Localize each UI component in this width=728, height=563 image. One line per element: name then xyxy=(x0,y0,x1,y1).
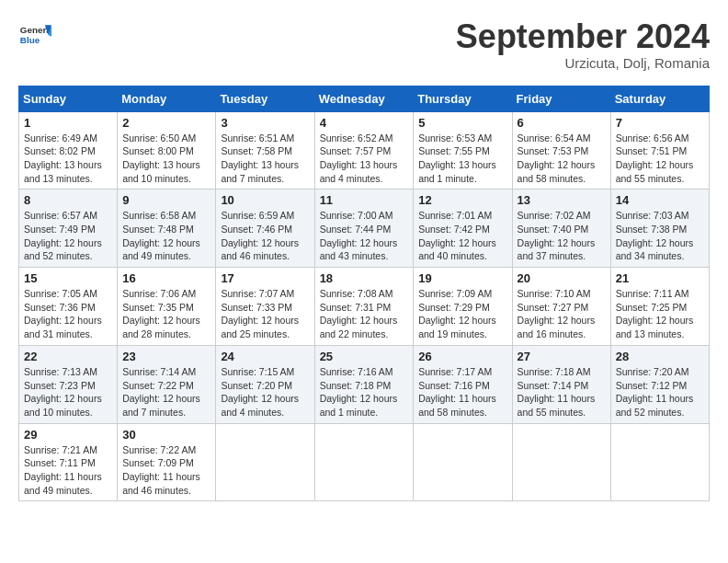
day-number: 14 xyxy=(616,193,704,207)
calendar-cell: 21Sunrise: 7:11 AMSunset: 7:25 PMDayligh… xyxy=(610,268,709,346)
calendar-cell: 12Sunrise: 7:01 AMSunset: 7:42 PMDayligh… xyxy=(414,190,512,268)
calendar-header-row: SundayMondayTuesdayWednesdayThursdayFrid… xyxy=(19,86,710,111)
day-number: 25 xyxy=(320,350,409,363)
calendar-cell: 19Sunrise: 7:09 AMSunset: 7:29 PMDayligh… xyxy=(414,268,512,346)
calendar-cell: 18Sunrise: 7:08 AMSunset: 7:31 PMDayligh… xyxy=(314,268,414,346)
day-info: Sunrise: 6:50 AMSunset: 8:00 PMDaylight:… xyxy=(122,132,210,186)
calendar-week-row: 22Sunrise: 7:13 AMSunset: 7:23 PMDayligh… xyxy=(19,345,710,423)
day-info: Sunrise: 7:06 AMSunset: 7:35 PMDaylight:… xyxy=(122,287,210,341)
calendar-week-row: 1Sunrise: 6:49 AMSunset: 8:02 PMDaylight… xyxy=(19,111,710,190)
svg-text:Blue: Blue xyxy=(20,35,40,45)
day-info: Sunrise: 6:59 AMSunset: 7:46 PMDaylight:… xyxy=(221,209,309,263)
calendar-cell: 26Sunrise: 7:17 AMSunset: 7:16 PMDayligh… xyxy=(414,345,512,423)
day-info: Sunrise: 7:05 AMSunset: 7:36 PMDaylight:… xyxy=(24,287,112,341)
calendar-week-row: 8Sunrise: 6:57 AMSunset: 7:49 PMDaylight… xyxy=(19,190,710,268)
day-info: Sunrise: 7:10 AMSunset: 7:27 PMDaylight:… xyxy=(518,287,606,341)
day-number: 3 xyxy=(221,116,309,130)
calendar-cell xyxy=(610,423,709,501)
day-number: 22 xyxy=(24,350,112,363)
calendar-cell: 24Sunrise: 7:15 AMSunset: 7:20 PMDayligh… xyxy=(216,345,314,423)
col-header-tuesday: Tuesday xyxy=(216,86,314,111)
calendar-cell: 23Sunrise: 7:14 AMSunset: 7:22 PMDayligh… xyxy=(118,345,216,423)
calendar-cell: 8Sunrise: 6:57 AMSunset: 7:49 PMDaylight… xyxy=(19,190,118,268)
day-number: 21 xyxy=(616,271,704,285)
day-info: Sunrise: 7:22 AMSunset: 7:09 PMDaylight:… xyxy=(122,443,210,498)
calendar-cell xyxy=(314,423,414,501)
day-number: 23 xyxy=(122,350,210,363)
day-info: Sunrise: 7:01 AMSunset: 7:42 PMDaylight:… xyxy=(418,209,506,263)
day-info: Sunrise: 7:15 AMSunset: 7:20 PMDaylight:… xyxy=(221,365,309,419)
day-info: Sunrise: 7:16 AMSunset: 7:18 PMDaylight:… xyxy=(320,365,409,419)
day-info: Sunrise: 6:57 AMSunset: 7:49 PMDaylight:… xyxy=(24,209,112,263)
calendar-cell: 5Sunrise: 6:53 AMSunset: 7:55 PMDaylight… xyxy=(414,111,512,190)
day-info: Sunrise: 7:07 AMSunset: 7:33 PMDaylight:… xyxy=(221,287,309,341)
day-info: Sunrise: 6:51 AMSunset: 7:58 PMDaylight:… xyxy=(221,132,309,186)
calendar-cell: 10Sunrise: 6:59 AMSunset: 7:46 PMDayligh… xyxy=(216,190,314,268)
day-info: Sunrise: 7:20 AMSunset: 7:12 PMDaylight:… xyxy=(616,365,704,419)
calendar-cell: 13Sunrise: 7:02 AMSunset: 7:40 PMDayligh… xyxy=(512,190,610,268)
day-number: 6 xyxy=(518,116,606,130)
calendar-cell: 2Sunrise: 6:50 AMSunset: 8:00 PMDaylight… xyxy=(118,111,216,190)
day-info: Sunrise: 6:56 AMSunset: 7:51 PMDaylight:… xyxy=(616,132,704,186)
calendar-cell: 6Sunrise: 6:54 AMSunset: 7:53 PMDaylight… xyxy=(512,111,610,190)
calendar-cell: 22Sunrise: 7:13 AMSunset: 7:23 PMDayligh… xyxy=(19,345,118,423)
day-number: 24 xyxy=(221,350,309,363)
col-header-monday: Monday xyxy=(118,86,216,111)
day-info: Sunrise: 7:03 AMSunset: 7:38 PMDaylight:… xyxy=(616,209,704,263)
day-number: 29 xyxy=(24,428,112,442)
logo: General Blue xyxy=(18,18,51,52)
logo-icon: General Blue xyxy=(18,18,51,52)
day-info: Sunrise: 6:49 AMSunset: 8:02 PMDaylight:… xyxy=(24,132,112,186)
day-number: 10 xyxy=(221,193,309,207)
calendar-cell: 28Sunrise: 7:20 AMSunset: 7:12 PMDayligh… xyxy=(610,345,709,423)
calendar-cell: 20Sunrise: 7:10 AMSunset: 7:27 PMDayligh… xyxy=(512,268,610,346)
col-header-thursday: Thursday xyxy=(414,86,512,111)
day-number: 2 xyxy=(122,116,210,130)
col-header-saturday: Saturday xyxy=(610,86,709,111)
calendar-cell: 11Sunrise: 7:00 AMSunset: 7:44 PMDayligh… xyxy=(314,190,414,268)
day-info: Sunrise: 6:52 AMSunset: 7:57 PMDaylight:… xyxy=(320,132,409,186)
day-number: 30 xyxy=(122,428,210,442)
calendar-week-row: 29Sunrise: 7:21 AMSunset: 7:11 PMDayligh… xyxy=(19,423,710,501)
day-info: Sunrise: 7:21 AMSunset: 7:11 PMDaylight:… xyxy=(24,443,112,498)
day-info: Sunrise: 6:58 AMSunset: 7:48 PMDaylight:… xyxy=(122,209,210,263)
calendar-cell: 3Sunrise: 6:51 AMSunset: 7:58 PMDaylight… xyxy=(216,111,314,190)
day-number: 4 xyxy=(320,116,409,130)
calendar-cell xyxy=(414,423,512,501)
col-header-friday: Friday xyxy=(512,86,610,111)
calendar-cell: 25Sunrise: 7:16 AMSunset: 7:18 PMDayligh… xyxy=(314,345,414,423)
day-number: 18 xyxy=(320,271,409,285)
title-block: September 2024 Urzicuta, Dolj, Romania xyxy=(456,18,710,71)
day-number: 12 xyxy=(418,193,506,207)
day-info: Sunrise: 7:02 AMSunset: 7:40 PMDaylight:… xyxy=(518,209,606,263)
calendar-week-row: 15Sunrise: 7:05 AMSunset: 7:36 PMDayligh… xyxy=(19,268,710,346)
day-info: Sunrise: 6:54 AMSunset: 7:53 PMDaylight:… xyxy=(518,132,606,186)
day-info: Sunrise: 7:11 AMSunset: 7:25 PMDaylight:… xyxy=(616,287,704,341)
day-info: Sunrise: 7:18 AMSunset: 7:14 PMDaylight:… xyxy=(518,365,606,419)
calendar-cell: 4Sunrise: 6:52 AMSunset: 7:57 PMDaylight… xyxy=(314,111,414,190)
calendar-cell xyxy=(216,423,314,501)
day-number: 13 xyxy=(518,193,606,207)
day-number: 16 xyxy=(122,271,210,285)
day-number: 26 xyxy=(418,350,506,363)
calendar-cell: 15Sunrise: 7:05 AMSunset: 7:36 PMDayligh… xyxy=(19,268,118,346)
col-header-wednesday: Wednesday xyxy=(314,86,414,111)
day-number: 15 xyxy=(24,271,112,285)
day-info: Sunrise: 7:00 AMSunset: 7:44 PMDaylight:… xyxy=(320,209,409,263)
calendar-cell: 14Sunrise: 7:03 AMSunset: 7:38 PMDayligh… xyxy=(610,190,709,268)
day-number: 20 xyxy=(518,271,606,285)
day-number: 19 xyxy=(418,271,506,285)
day-number: 9 xyxy=(122,193,210,207)
month-title: September 2024 xyxy=(456,18,710,55)
day-number: 8 xyxy=(24,193,112,207)
day-info: Sunrise: 7:14 AMSunset: 7:22 PMDaylight:… xyxy=(122,365,210,419)
day-info: Sunrise: 6:53 AMSunset: 7:55 PMDaylight:… xyxy=(418,132,506,186)
day-info: Sunrise: 7:09 AMSunset: 7:29 PMDaylight:… xyxy=(418,287,506,341)
day-info: Sunrise: 7:17 AMSunset: 7:16 PMDaylight:… xyxy=(418,365,506,419)
calendar-cell: 9Sunrise: 6:58 AMSunset: 7:48 PMDaylight… xyxy=(118,190,216,268)
day-number: 7 xyxy=(616,116,704,130)
page-header: General Blue September 2024 Urzicuta, Do… xyxy=(18,18,710,71)
calendar-cell: 29Sunrise: 7:21 AMSunset: 7:11 PMDayligh… xyxy=(19,423,118,501)
location-subtitle: Urzicuta, Dolj, Romania xyxy=(456,55,710,71)
day-number: 1 xyxy=(24,116,112,130)
